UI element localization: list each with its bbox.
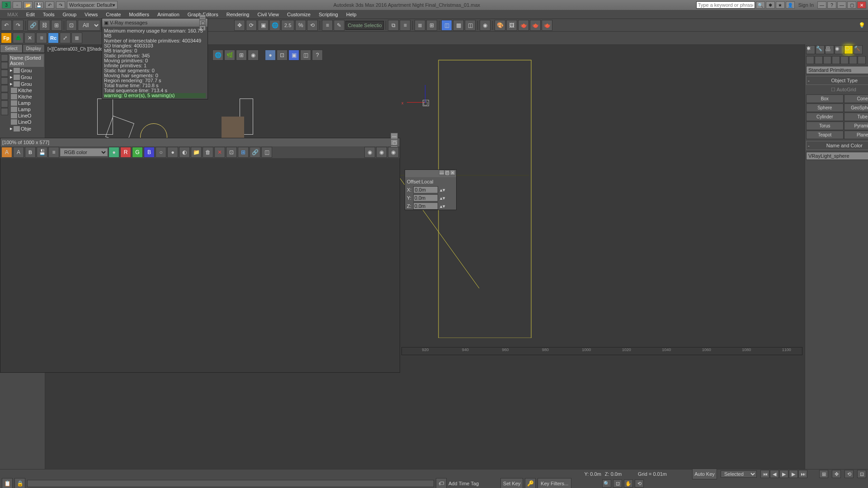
btn-sphere[interactable]: Sphere: [806, 103, 844, 112]
minimize-button[interactable]: —: [817, 1, 826, 9]
undo-icon[interactable]: ↶: [45, 1, 54, 9]
tree-item[interactable]: Kitche: [9, 87, 44, 94]
vray-tool5[interactable]: ≣: [71, 33, 82, 43]
signin-link[interactable]: Sign In: [796, 2, 816, 8]
menu-group[interactable]: Group: [59, 11, 80, 18]
btn-box[interactable]: Box: [806, 94, 844, 103]
vfb-rgb[interactable]: ●: [108, 147, 119, 158]
menu-customize[interactable]: Customize: [283, 11, 314, 18]
cmd-tab-modify[interactable]: 🔧: [816, 45, 825, 54]
viewport-label[interactable]: [+][Camera003_Ch ][Shaded: [47, 47, 105, 52]
render-setup[interactable]: 🎨: [495, 20, 505, 31]
bind-button[interactable]: ⊞: [51, 20, 62, 31]
vfb-save[interactable]: 💾: [37, 147, 47, 158]
nav-zoom[interactable]: 🔍: [602, 479, 611, 488]
exp-ic5[interactable]: [1, 85, 8, 92]
cmd-tab-motion[interactable]: ◉: [835, 45, 844, 54]
cmd-tab-hierarchy[interactable]: 品: [825, 45, 834, 54]
btn-teapot[interactable]: Teapot: [806, 131, 844, 139]
vfb-r[interactable]: R: [120, 147, 131, 158]
menu-edit[interactable]: Edit: [23, 11, 38, 18]
vfb-window[interactable]: [100% of 1000 x 577] — ▢ ✕ A A B 💾 ≡ RGB…: [0, 138, 400, 373]
nav-3[interactable]: ⟲: [844, 470, 854, 478]
vfb-menu[interactable]: ≡: [48, 147, 59, 158]
goto-end[interactable]: ⏭: [798, 470, 807, 478]
vfb-stop[interactable]: ✕: [214, 147, 225, 158]
select-rotate[interactable]: ⟳: [246, 20, 257, 31]
vfb-mono[interactable]: A: [13, 147, 24, 158]
vfb-a3[interactable]: ◐: [179, 147, 190, 158]
menu-scripting[interactable]: Scripting: [315, 11, 342, 18]
close-button[interactable]: ✕: [857, 1, 866, 9]
time-slider[interactable]: 920 940 960 980 1000 1020 1040 1060 1080…: [401, 347, 802, 355]
rc-button[interactable]: Rc: [48, 33, 59, 43]
dope-sheet[interactable]: ◫: [465, 20, 476, 31]
vray-tool2[interactable]: ≡: [36, 33, 47, 43]
exp-ic1[interactable]: [1, 54, 8, 61]
sub-geometry[interactable]: [806, 56, 814, 64]
exp-ic6[interactable]: [1, 93, 8, 100]
spinner[interactable]: 2.5: [281, 20, 294, 31]
vray-messages-window[interactable]: ▣ V-Ray messages — ▢ ✕ Maximum memory us…: [102, 18, 208, 99]
sub-systems[interactable]: [858, 56, 866, 64]
curve-editor[interactable]: ◫: [441, 20, 452, 31]
lock-icon[interactable]: 🔒: [14, 478, 25, 488]
offset-min[interactable]: —: [439, 170, 444, 175]
maxscript-icon[interactable]: 📋: [2, 478, 13, 488]
offset-x-input[interactable]: [413, 186, 438, 193]
vfb-clear[interactable]: 🗑: [203, 147, 213, 158]
filter-dropdown[interactable]: All: [78, 20, 100, 31]
nav-2[interactable]: ✥: [832, 470, 841, 478]
menu-rendering[interactable]: Rendering: [223, 11, 253, 18]
offset-z-input[interactable]: [413, 202, 438, 210]
tab-select[interactable]: Select: [0, 44, 23, 53]
vray-max[interactable]: ▢: [199, 20, 206, 25]
select-move[interactable]: ✥: [234, 20, 245, 31]
exchange-icon[interactable]: ✱: [766, 1, 775, 9]
layer-explorer[interactable]: ⊞: [426, 20, 437, 31]
percent-snap[interactable]: %: [295, 20, 306, 31]
vfb-folder[interactable]: 📁: [191, 147, 202, 158]
vray-tool4[interactable]: ⤢: [60, 33, 71, 43]
exp-ic3[interactable]: [1, 70, 8, 77]
goto-start[interactable]: ⏮: [760, 470, 769, 478]
redo-button[interactable]: ↷: [13, 20, 24, 31]
exp-ic4[interactable]: [1, 77, 8, 84]
btn-plane[interactable]: Plane: [844, 131, 868, 139]
tree-item[interactable]: Kitche: [9, 94, 44, 100]
tab-display[interactable]: Display: [23, 44, 45, 53]
keymode-select[interactable]: Selected: [721, 470, 757, 478]
exp-ic8[interactable]: [1, 108, 8, 115]
selection-set-input[interactable]: [345, 21, 384, 30]
new-icon[interactable]: ▫: [13, 1, 22, 9]
redo-icon[interactable]: ↷: [56, 1, 65, 9]
undo-button[interactable]: ↶: [1, 20, 12, 31]
addtag-label[interactable]: Add Time Tag: [448, 481, 479, 486]
vfb-link[interactable]: 🔗: [250, 147, 260, 158]
btn-pyramid[interactable]: Pyramid: [844, 122, 868, 130]
keyfilters-btn[interactable]: Key Filters...: [538, 478, 571, 488]
sub-shapes[interactable]: [815, 56, 823, 64]
search-input[interactable]: [696, 1, 755, 9]
menu-create[interactable]: Create: [102, 11, 124, 18]
setkey-btn[interactable]: Set Key: [500, 478, 523, 488]
autokey-btn[interactable]: Auto Key: [692, 469, 717, 479]
menu-animation[interactable]: Animation: [154, 11, 183, 18]
scene-sphere-icon[interactable]: ●: [265, 50, 276, 61]
nav-1[interactable]: ⊞: [819, 470, 828, 478]
tree-icon[interactable]: 🌲: [13, 33, 24, 43]
min2-button[interactable]: —: [837, 1, 846, 9]
btn-torus[interactable]: Torus: [806, 122, 844, 130]
menu-tools[interactable]: Tools: [39, 11, 58, 18]
status-input[interactable]: [27, 480, 434, 487]
layers-button[interactable]: ≣: [415, 20, 425, 31]
menu-max[interactable]: MAX: [4, 11, 22, 18]
spinner-snap[interactable]: ⟲: [307, 20, 318, 31]
cmd-tab-utilities[interactable]: 🔨: [854, 45, 863, 54]
next-frame[interactable]: ▶: [789, 470, 798, 478]
lightbulb-icon[interactable]: 💡: [856, 20, 867, 31]
offset-y-input[interactable]: [413, 194, 438, 202]
scene-t7[interactable]: ▣: [288, 50, 299, 61]
cmd-tab-create[interactable]: ✱: [806, 45, 815, 54]
scene-world-icon[interactable]: 🌐: [212, 50, 223, 61]
